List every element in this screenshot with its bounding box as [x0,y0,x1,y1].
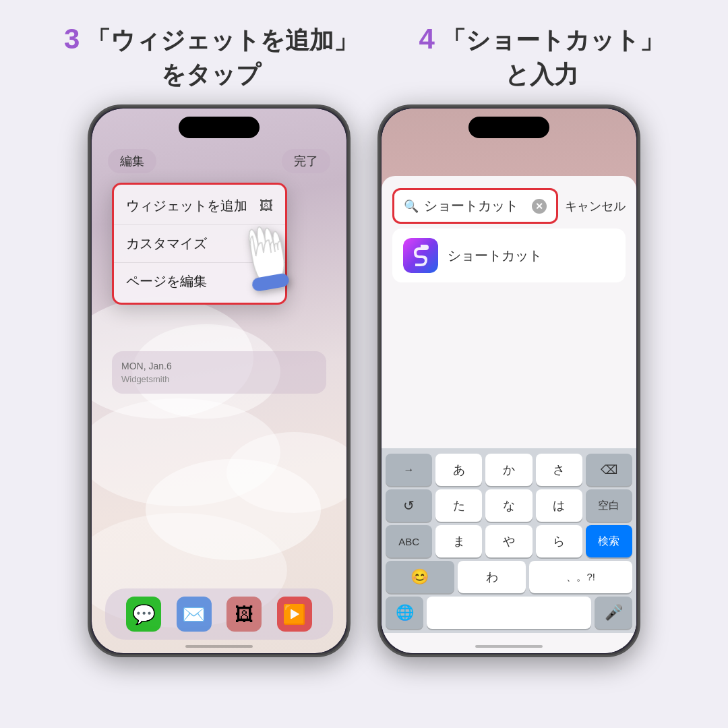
phone2-screen: 🔍 ショートカット ✕ キャンセル [382,109,636,653]
step4-num: 4 [419,23,435,55]
kb-row-4: 😊 わ 、。?! [386,561,632,593]
widget-area: MON, Jan.6 Widgetsmith [112,351,326,394]
widget-icon: 🖼 [260,198,273,214]
kb-row-2: ↺ た な は 空白 [386,489,632,522]
kb-key-backspace[interactable]: ⌫ [586,454,632,486]
kb-key-undo[interactable]: ↺ [386,489,432,522]
kb-key-ka[interactable]: か [485,454,532,486]
kb-key-sa[interactable]: さ [536,454,582,486]
phone2-vol-down [377,221,379,248]
kb-key-ra[interactable]: ら [536,525,582,557]
kb-key-abc[interactable]: ABC [386,525,432,557]
widget-label: Widgetsmith [121,374,317,384]
kb-key-globe[interactable]: 🌐 [386,597,423,629]
kb-bottom-row: 🌐 🎤 [386,597,632,629]
kb-key-na[interactable]: な [485,489,532,522]
widget-date: MON, Jan.6 [121,361,317,371]
customize-label: カスタマイズ [126,235,207,253]
phone2-inner: 🔍 ショートカット ✕ キャンセル [382,109,636,653]
kb-key-ma[interactable]: ま [435,525,482,557]
page-wrapper: 3 「ウィジェットを追加」をタップ 4 「ショートカット」と入力 [0,0,728,728]
edit-button[interactable]: 編集 [108,149,156,173]
vol-down-button [88,221,89,248]
kb-key-arrow[interactable]: → [386,454,432,486]
dynamic-island [179,117,260,138]
keyboard: → あ か さ ⌫ ↺ た な は 空白 [382,448,636,633]
phone2: 🔍 ショートカット ✕ キャンセル [377,104,640,657]
kb-key-ta[interactable]: た [435,489,482,522]
home-indicator [185,645,253,648]
kb-key-ya[interactable]: や [485,525,532,557]
dock-icon-mail[interactable]: ✉️ [177,597,212,632]
search-bar-container: 🔍 ショートカット ✕ キャンセル [392,188,626,224]
dock-icon-youtube[interactable]: ▶️ [277,597,312,632]
phone2-dynamic-island [468,117,549,138]
phone1-top-bar: 編集 完了 [92,149,346,173]
dock-icon-photos[interactable]: 🖼 [226,597,262,632]
app-result-row[interactable]: ショートカット [392,229,626,282]
dock: 💬 ✉️ 🖼 ▶️ [105,588,333,640]
kb-key-spacebar[interactable] [427,597,591,629]
shortcuts-app-icon [403,238,438,273]
phone1: 編集 完了 ウィジェットを追加 🖼 カスタマイズ 🔑 [88,104,351,657]
search-input-text[interactable]: ショートカット [424,197,526,215]
power-button [349,201,351,241]
add-widget-label: ウィジェットを追加 [126,197,247,215]
step3-num: 3 [64,23,80,55]
kb-key-a[interactable]: あ [435,454,482,486]
kb-key-punct[interactable]: 、。?! [529,561,632,593]
edit-page-label: ページを編集 [126,272,207,291]
phone2-power [639,201,640,241]
kb-key-wa[interactable]: わ [458,561,526,593]
phone2-home-indicator [475,645,543,648]
header: 3 「ウィジェットを追加」をタップ 4 「ショートカット」と入力 [13,20,715,91]
vol-up-button [88,187,89,214]
phones-row: 編集 完了 ウィジェットを追加 🖼 カスタマイズ 🔑 [13,104,715,715]
phone1-screen: 編集 完了 ウィジェットを追加 🖼 カスタマイズ 🔑 [92,109,346,653]
svg-rect-4 [251,272,291,292]
cancel-button[interactable]: キャンセル [565,198,626,214]
clear-search-button[interactable]: ✕ [532,199,547,214]
step3-title: 3 「ウィジェットを追加」をタップ [64,20,358,91]
kb-key-ha[interactable]: は [536,489,582,522]
search-bar[interactable]: 🔍 ショートカット ✕ [392,188,558,224]
kb-key-space[interactable]: 空白 [586,489,632,522]
kb-row-3: ABC ま や ら 検索 [386,525,632,557]
kb-row-1: → あ か さ ⌫ [386,454,632,486]
search-icon: 🔍 [404,199,419,214]
dock-icon-line[interactable]: 💬 [126,597,161,632]
done-button[interactable]: 完了 [282,149,330,173]
app-result-name: ショートカット [448,247,542,265]
kb-key-mic[interactable]: 🎤 [595,597,632,629]
step4-title: 4 「ショートカット」と入力 [419,20,664,91]
phone1-inner: 編集 完了 ウィジェットを追加 🖼 カスタマイズ 🔑 [92,109,346,653]
kb-key-search[interactable]: 検索 [586,525,632,557]
phone2-vol-up [377,187,379,214]
kb-key-emoji[interactable]: 😊 [386,561,454,593]
